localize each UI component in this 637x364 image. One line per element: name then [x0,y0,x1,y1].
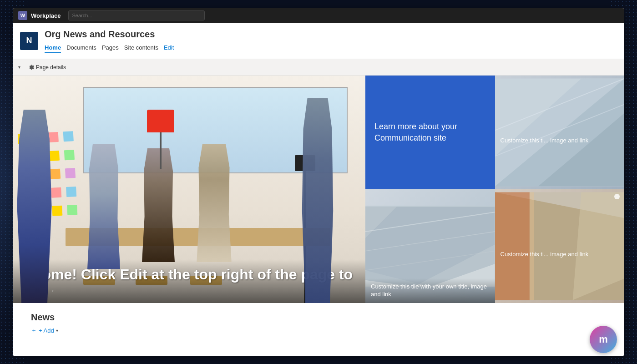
watermark-logo: m [590,326,617,353]
page-details-label: Page details [36,64,66,71]
tile-2-text: Customize this ti... image and link [495,132,625,149]
tile-communication-site[interactable]: Learn more about your Communication site [365,76,495,189]
site-info: Org News and Resources Home Documents Pa… [45,23,179,59]
nav-home[interactable]: Home [45,42,66,53]
page-details-button[interactable]: Page details [24,62,70,72]
app-name-label: Workplace [31,12,61,19]
chevron-down-icon: ▾ [18,65,20,70]
add-chevron-icon: ▾ [56,328,58,333]
browser-window: W Workplace N Org News and Resources Hom… [13,8,624,356]
site-icon: N [20,32,38,50]
news-title: News [31,312,606,323]
top-search-input[interactable] [68,10,205,20]
tile-4-indicator [614,194,620,199]
sticky-note [49,150,59,161]
news-add-label: + Add [39,327,54,334]
site-nav: Home Documents Pages Site contents Edit [45,42,179,53]
sticky-note [66,205,77,215]
nav-edit[interactable]: Edit [164,42,179,53]
sticky-note [51,187,61,198]
tile-customize-2[interactable]: Customize this ti... image and link [495,76,625,189]
person-seated-3 [195,144,233,262]
sticky-note [63,131,73,142]
person-seated-1 [86,144,122,269]
person-seated-2 [140,148,177,262]
plus-icon: ＋ [31,326,37,334]
tile-customize-4[interactable]: Customize this ti... image and link [495,189,625,303]
tile-1-text: Learn more about your Communication site [374,121,486,144]
news-section: News ＋ + Add ▾ [13,303,624,356]
page-toolbar: ▾ Page details [13,59,624,76]
tile-3-text: Customize this tile with your own title,… [365,278,495,303]
nav-pages[interactable]: Pages [102,42,124,53]
nav-site-contents[interactable]: Site contents [124,42,164,53]
svg-rect-8 [365,206,495,207]
app-logo-icon: W [18,11,27,20]
hero-tiles-right: Learn more about your Communication site… [365,76,624,303]
tile-4-text: Customize this ti... image and link [495,246,625,263]
nav-documents[interactable]: Documents [66,42,102,53]
tile-customize-3[interactable]: Customize this tile with your own title,… [365,189,495,303]
gear-icon [28,64,34,71]
sticky-note [51,206,62,216]
hero-image-left: elcome! Click Edit at the top right of t… [13,76,365,303]
news-add-button[interactable]: ＋ + Add ▾ [31,326,606,334]
sticky-note [64,150,74,160]
top-bar: W Workplace [13,8,624,23]
sticky-note [50,169,60,179]
site-title: Org News and Resources [45,29,179,40]
sticky-note [66,187,76,197]
logo-circle-icon: m [590,326,617,353]
top-search-container [68,10,205,20]
red-lamp [147,110,174,132]
hero-section: elcome! Click Edit at the top right of t… [13,76,624,303]
sticky-note [65,168,75,178]
sharepoint-header: N Org News and Resources Home Documents … [13,23,624,59]
